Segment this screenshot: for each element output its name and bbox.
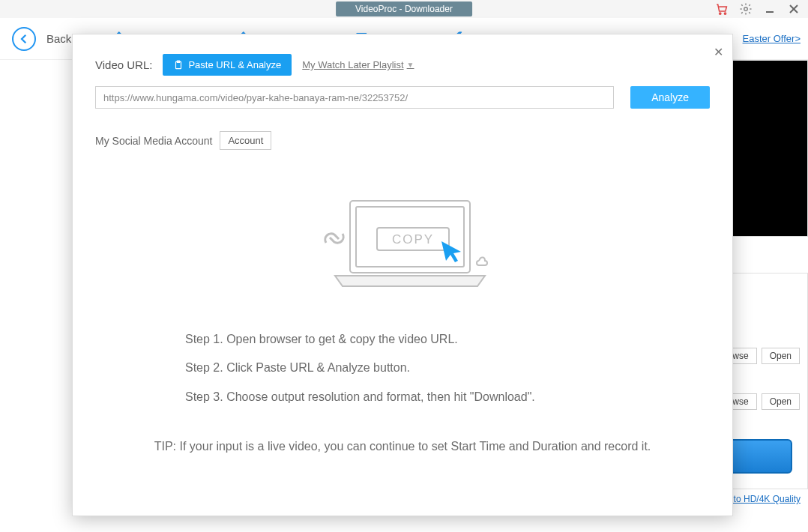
open-button-2[interactable]: Open	[762, 393, 800, 410]
step-2: Step 2. Click Paste URL & Analyze button…	[185, 354, 620, 382]
gear-icon[interactable]	[739, 2, 753, 16]
analyze-button[interactable]: Analyze	[630, 86, 710, 109]
modal-close-icon[interactable]: ✕	[714, 45, 723, 59]
open-button-1[interactable]: Open	[762, 348, 800, 364]
app-title: VideoProc - Downloader	[336, 1, 472, 16]
video-url-label: Video URL:	[95, 58, 152, 71]
link-icon	[325, 234, 343, 243]
titlebar: VideoProc - Downloader	[0, 0, 808, 18]
account-button[interactable]: Account	[220, 131, 271, 150]
chevron-down-icon: ▼	[407, 61, 414, 69]
watch-later-playlist-link[interactable]: My Watch Later Playlist▼	[302, 59, 414, 70]
instruction-illustration: COPY	[73, 195, 732, 292]
step-1: Step 1. Open browser to get & copy the v…	[185, 325, 620, 354]
clipboard-icon	[173, 60, 184, 70]
copy-illus-text: COPY	[392, 232, 434, 247]
instruction-steps: Step 1. Open browser to get & copy the v…	[185, 325, 620, 411]
svg-point-0	[720, 13, 721, 14]
svg-point-1	[724, 13, 726, 14]
cart-icon[interactable]	[715, 2, 729, 16]
svg-point-2	[744, 7, 748, 11]
step-3: Step 3. Choose output resolution and for…	[185, 383, 620, 411]
add-video-modal: ✕ Video URL: Paste URL & Analyze My Watc…	[72, 34, 733, 516]
easter-offer-link[interactable]: Easter Offer>	[743, 33, 801, 44]
minimize-icon[interactable]	[763, 2, 777, 16]
back-button[interactable]	[12, 27, 36, 51]
tip-text: TIP: If your input is a live video, you …	[73, 440, 732, 453]
social-account-label: My Social Media Account	[95, 135, 212, 147]
video-url-input[interactable]	[95, 86, 614, 109]
droplet-icon	[477, 258, 487, 266]
back-label: Back	[46, 32, 71, 45]
close-icon[interactable]	[787, 2, 801, 16]
paste-url-analyze-button[interactable]: Paste URL & Analyze	[163, 54, 292, 76]
